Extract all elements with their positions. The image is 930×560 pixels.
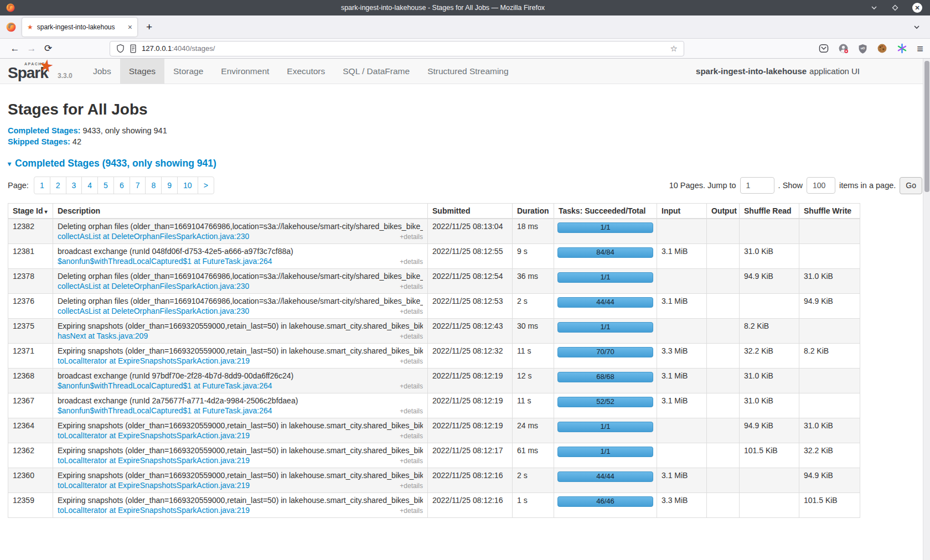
nav-tab-storage[interactable]: Storage — [164, 59, 212, 84]
pocket-icon[interactable] — [819, 44, 829, 53]
tasks-progress-cell: 44/44 — [554, 294, 657, 319]
stage-input — [657, 269, 707, 294]
ublock-shield-icon[interactable]: uO — [858, 44, 867, 54]
page-button-2[interactable]: 2 — [50, 177, 66, 194]
tasks-progress-fill: 1/1 — [557, 422, 653, 432]
details-toggle[interactable]: +details — [400, 357, 423, 365]
window-minimize-button[interactable] — [870, 4, 878, 12]
stage-callsite-link[interactable]: toLocalIterator at ExpireSnapshotsSparkA… — [58, 506, 250, 515]
stage-submitted: 2022/11/25 08:12:19 — [428, 369, 513, 393]
details-toggle[interactable]: +details — [400, 308, 423, 315]
account-icon[interactable] — [838, 43, 849, 54]
tasks-progress-cell: 1/1 — [554, 418, 657, 443]
back-button[interactable]: ← — [7, 43, 23, 54]
hamburger-menu-icon[interactable]: ≡ — [917, 43, 923, 54]
scrollbar-thumb[interactable] — [924, 61, 929, 192]
nav-tab-executors[interactable]: Executors — [278, 59, 334, 84]
details-toggle[interactable]: +details — [400, 382, 423, 390]
nav-tab-jobs[interactable]: Jobs — [84, 59, 120, 84]
completed-stages-section-header[interactable]: ▾ Completed Stages (9433, only showing 9… — [8, 158, 922, 169]
page-button-10[interactable]: 10 — [177, 177, 198, 194]
stage-callsite-link[interactable]: $anonfun$withThreadLocalCaptured$1 at Fu… — [58, 257, 272, 266]
column-header-input[interactable]: Input — [657, 204, 707, 219]
stage-description: Expiring snapshots (older_than=166932055… — [58, 446, 423, 455]
stage-callsite-link[interactable]: toLocalIterator at ExpireSnapshotsSparkA… — [58, 356, 250, 365]
column-header-duration[interactable]: Duration — [513, 204, 554, 219]
page-button-5[interactable]: 5 — [97, 177, 114, 194]
stage-callsite-link[interactable]: collectAsList at DeleteOrphanFilesSparkA… — [58, 307, 249, 315]
tasks-progress-cell: 52/52 — [554, 393, 657, 418]
stage-id: 12368 — [8, 369, 53, 393]
stage-row-12364: 12364Expiring snapshots (older_than=1669… — [8, 418, 860, 443]
forward-button[interactable]: → — [23, 43, 40, 54]
tasks-progress-fill: 1/1 — [557, 222, 653, 233]
browser-tab[interactable]: ★ spark-ingest-into-lakehous × — [22, 18, 137, 37]
stage-row-12371: 12371Expiring snapshots (older_than=1669… — [8, 344, 860, 369]
stage-callsite-link[interactable]: toLocalIterator at ExpireSnapshotsSparkA… — [58, 431, 250, 440]
column-header-tasks-succeeded-total[interactable]: Tasks: Succeeded/Total — [554, 204, 657, 219]
window-maximize-button[interactable] — [891, 4, 899, 12]
page-button-8[interactable]: 8 — [145, 177, 162, 194]
extension-asterisk-icon[interactable] — [897, 43, 907, 54]
skipped-stages-link[interactable]: Skipped Stages: — [8, 137, 70, 146]
details-toggle[interactable]: +details — [400, 407, 423, 415]
jump-to-page-input[interactable] — [740, 177, 774, 194]
stage-callsite-link[interactable]: hasNext at Tasks.java:209 — [58, 331, 148, 340]
new-tab-button[interactable]: + — [146, 21, 152, 33]
stage-callsite-link[interactable]: $anonfun$withThreadLocalCaptured$1 at Fu… — [58, 406, 272, 415]
details-toggle[interactable]: +details — [400, 258, 423, 266]
go-button[interactable]: Go — [900, 177, 922, 194]
tasks-progress-fill: 1/1 — [557, 272, 653, 283]
page-button-6[interactable]: 6 — [113, 177, 130, 194]
nav-tab-structured-streaming[interactable]: Structured Streaming — [418, 59, 517, 84]
page-button-9[interactable]: 9 — [161, 177, 178, 194]
stage-callsite-link[interactable]: collectAsList at DeleteOrphanFilesSparkA… — [58, 282, 249, 291]
details-toggle[interactable]: +details — [400, 333, 423, 340]
column-header-description[interactable]: Description — [53, 204, 428, 219]
reload-button[interactable]: ⟳ — [40, 43, 56, 54]
page-content: Stages for All Jobs Completed Stages: 94… — [0, 101, 930, 518]
nav-tab-sql-dataframe[interactable]: SQL / DataFrame — [334, 59, 418, 84]
column-header-submitted[interactable]: Submitted — [428, 204, 513, 219]
details-toggle[interactable]: +details — [400, 432, 423, 440]
tab-close-icon[interactable]: × — [128, 23, 132, 31]
window-close-button[interactable]: ✕ — [912, 3, 922, 13]
stage-output — [707, 319, 740, 344]
details-toggle[interactable]: +details — [400, 507, 423, 515]
spark-logo[interactable]: APACHE Spark ★ 3.3.0 — [8, 59, 78, 84]
page-info-icon[interactable] — [130, 44, 137, 53]
details-toggle[interactable]: +details — [400, 233, 423, 241]
stage-callsite-link[interactable]: toLocalIterator at ExpireSnapshotsSparkA… — [58, 481, 250, 490]
stage-callsite-link[interactable]: $anonfun$withThreadLocalCaptured$1 at Fu… — [58, 381, 272, 390]
items-per-page-input[interactable] — [807, 177, 835, 194]
stage-shuffle-read: 31.0 KiB — [740, 393, 799, 418]
page-title: Stages for All Jobs — [8, 101, 922, 118]
cookie-icon[interactable] — [877, 43, 887, 54]
page-buttons: 12345678910> — [34, 177, 214, 194]
column-header-output[interactable]: Output — [707, 204, 740, 219]
nav-tab-stages[interactable]: Stages — [120, 59, 164, 84]
stage-callsite-link[interactable]: collectAsList at DeleteOrphanFilesSparkA… — [58, 232, 249, 241]
page-button-7[interactable]: 7 — [130, 177, 146, 194]
url-bar[interactable]: 127.0.0.1:4040/stages/ ☆ — [110, 41, 684, 56]
shield-icon[interactable] — [116, 44, 125, 53]
list-tabs-chevron-icon[interactable] — [912, 23, 921, 32]
stage-submitted: 2022/11/25 08:12:16 — [428, 468, 513, 493]
nav-tab-environment[interactable]: Environment — [212, 59, 278, 84]
column-header-shuffle-write[interactable]: Shuffle Write — [799, 204, 860, 219]
details-toggle[interactable]: +details — [400, 482, 423, 490]
bookmark-star-icon[interactable]: ☆ — [670, 44, 678, 54]
stage-shuffle-write — [799, 319, 860, 344]
page-button-1[interactable]: 1 — [34, 177, 50, 194]
next-page-button[interactable]: > — [198, 177, 214, 194]
completed-stages-link[interactable]: Completed Stages: — [8, 126, 80, 135]
details-toggle[interactable]: +details — [400, 283, 423, 291]
page-button-3[interactable]: 3 — [66, 177, 82, 194]
skipped-stages-value: 42 — [73, 137, 81, 146]
vertical-scrollbar[interactable] — [923, 59, 930, 560]
page-button-4[interactable]: 4 — [81, 177, 98, 194]
column-header-stage-id[interactable]: Stage Id▾ — [8, 204, 53, 219]
details-toggle[interactable]: +details — [400, 457, 423, 465]
column-header-shuffle-read[interactable]: Shuffle Read — [740, 204, 799, 219]
stage-callsite-link[interactable]: toLocalIterator at ExpireSnapshotsSparkA… — [58, 456, 250, 465]
